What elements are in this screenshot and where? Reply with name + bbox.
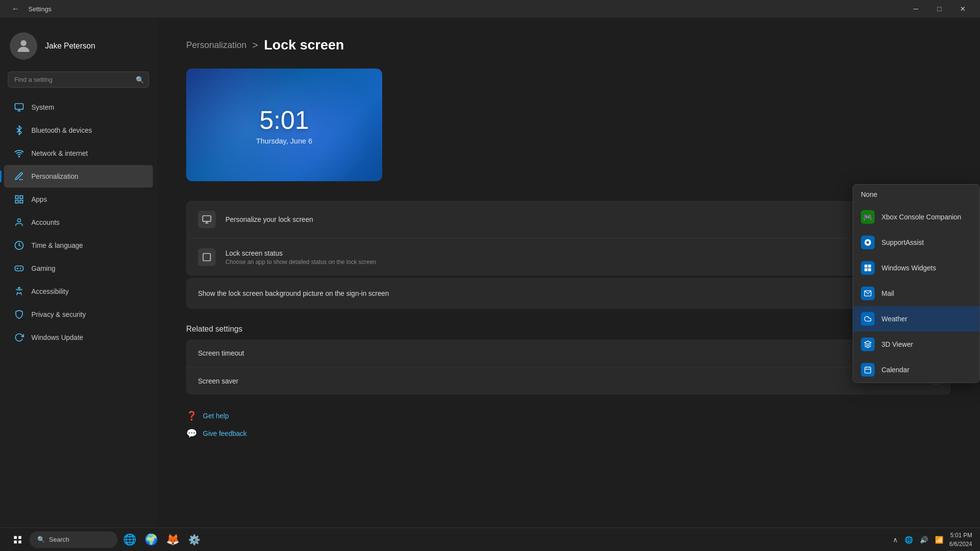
sidebar-item-accessibility[interactable]: Accessibility <box>4 280 153 303</box>
lock-status-subtitle: Choose an app to show detailed status on… <box>225 259 936 265</box>
lock-status-icon-wrap <box>198 248 216 266</box>
start-button[interactable] <box>8 530 27 550</box>
sidebar-item-network-label: Network & internet <box>31 149 88 157</box>
taskbar-clock[interactable]: 5:01 PM 6/6/2024 <box>949 531 972 549</box>
screen-timeout-row[interactable]: Screen timeout › <box>186 339 951 367</box>
taskbar-search-icon: 🔍 <box>37 536 45 543</box>
sidebar-item-apps-label: Apps <box>31 195 47 203</box>
sidebar-item-privacy-label: Privacy & security <box>31 311 86 318</box>
sidebar-item-personalization[interactable]: Personalization <box>4 165 153 188</box>
sidebar-item-gaming[interactable]: Gaming <box>4 257 153 280</box>
sidebar-item-accounts-label: Accounts <box>31 218 60 226</box>
network-status-icon[interactable]: 📶 <box>933 535 945 545</box>
user-name: Jake Peterson <box>45 42 95 50</box>
svg-rect-4 <box>20 196 23 199</box>
related-settings-section: Screen timeout › Screen saver ⬚ <box>186 339 951 395</box>
preview-date: Thursday, June 6 <box>256 137 313 145</box>
get-help-label: Get help <box>203 412 229 420</box>
3dviewer-label: 3D Viewer <box>882 340 913 348</box>
taskbar-firefox-icon[interactable]: 🦊 <box>163 530 182 550</box>
widgets-label: Windows Widgets <box>882 264 936 272</box>
search-icon: 🔍 <box>136 76 144 84</box>
dropdown-item-calendar[interactable]: Calendar <box>853 357 980 383</box>
accounts-icon <box>14 217 24 228</box>
sidebar-item-accounts[interactable]: Accounts <box>4 211 153 234</box>
volume-icon[interactable]: 🔊 <box>918 535 930 545</box>
taskbar-left: 🔍 Search 🌐 🌍 🦊 ⚙️ <box>8 530 204 550</box>
system-icon <box>14 102 24 113</box>
svg-rect-15 <box>864 264 867 267</box>
dropdown-item-3dviewer[interactable]: 3D Viewer <box>853 332 980 357</box>
svg-rect-20 <box>865 367 871 373</box>
titlebar-left: ← Settings <box>8 0 51 18</box>
svg-point-2 <box>19 156 20 157</box>
sidebar-item-privacy[interactable]: Privacy & security <box>4 303 153 326</box>
lock-screen-preview: 5:01 Thursday, June 6 <box>186 69 382 181</box>
sidebar-item-personalization-label: Personalization <box>31 172 78 180</box>
sidebar-nav: System Bluetooth & devices Network & int… <box>0 96 157 349</box>
support-label: SupportAssist <box>882 239 924 246</box>
dropdown-item-none[interactable]: None <box>853 185 980 204</box>
screen-saver-content: Screen saver <box>198 377 933 385</box>
taskbar-search-label: Search <box>49 536 69 543</box>
svg-rect-27 <box>19 540 22 543</box>
svg-rect-5 <box>16 200 19 203</box>
breadcrumb-parent[interactable]: Personalization <box>186 40 246 50</box>
get-help-link[interactable]: ❓ Get help <box>186 410 951 421</box>
personalize-row[interactable]: Personalize your lock screen Win › <box>186 201 951 239</box>
user-profile[interactable]: Jake Peterson <box>0 27 157 72</box>
xbox-label: Xbox Console Companion <box>882 213 961 221</box>
taskbar-edge-icon[interactable]: 🌐 <box>120 530 139 550</box>
dropdown-item-widgets[interactable]: Windows Widgets <box>853 255 980 281</box>
accessibility-icon <box>14 286 24 297</box>
dropdown-item-xbox[interactable]: 🎮 Xbox Console Companion <box>853 204 980 230</box>
taskbar-settings-icon[interactable]: ⚙️ <box>184 530 204 550</box>
taskbar: 🔍 Search 🌐 🌍 🦊 ⚙️ ∧ 🌐 🔊 📶 5:01 PM 6/6/20… <box>0 527 980 551</box>
sidebar-item-time[interactable]: Time & language <box>4 234 153 257</box>
svg-rect-9 <box>15 266 24 271</box>
app-title: Settings <box>28 5 51 13</box>
lock-status-row[interactable]: Lock screen status Choose an app to show… <box>186 239 951 276</box>
sidebar-item-time-label: Time & language <box>31 241 83 249</box>
3dviewer-icon <box>861 337 875 351</box>
personalize-title: Personalize your lock screen <box>225 216 920 223</box>
chevron-icon[interactable]: ∧ <box>891 535 900 545</box>
svg-rect-12 <box>203 254 211 261</box>
lock-status-title: Lock screen status <box>225 249 936 257</box>
minimize-button[interactable]: ─ <box>905 0 927 18</box>
sidebar-item-network[interactable]: Network & internet <box>4 142 153 165</box>
privacy-icon <box>14 309 24 320</box>
maximize-button[interactable]: □ <box>928 0 951 18</box>
user-avatar-icon <box>15 37 32 55</box>
calendar-icon <box>861 363 875 377</box>
sys-tray-icons: ∧ 🌐 🔊 📶 <box>891 535 945 545</box>
back-button[interactable]: ← <box>8 0 24 18</box>
taskbar-search[interactable]: 🔍 Search <box>29 531 118 548</box>
avatar <box>10 32 37 60</box>
dropdown-item-weather[interactable]: Weather <box>853 306 980 332</box>
give-feedback-link[interactable]: 💬 Give feedback <box>186 428 951 439</box>
xbox-icon: 🎮 <box>861 210 875 224</box>
taskbar-chrome-icon[interactable]: 🌍 <box>141 530 161 550</box>
sidebar-item-apps[interactable]: Apps <box>4 188 153 211</box>
close-button[interactable]: ✕ <box>952 0 974 18</box>
svg-rect-26 <box>14 540 17 543</box>
titlebar: ← Settings ─ □ ✕ <box>0 0 980 18</box>
background-toggle-row[interactable]: Show the lock screen background picture … <box>186 278 951 309</box>
search-input[interactable] <box>8 72 149 88</box>
app-dropdown: None 🎮 Xbox Console Companion SupportAss… <box>853 184 980 383</box>
mail-icon <box>861 287 875 300</box>
svg-rect-6 <box>20 200 23 203</box>
dropdown-item-mail[interactable]: Mail <box>853 281 980 306</box>
dropdown-item-support[interactable]: SupportAssist <box>853 230 980 255</box>
sidebar-item-update[interactable]: Windows Update <box>4 326 153 349</box>
screen-saver-row[interactable]: Screen saver ⬚ <box>186 367 951 395</box>
breadcrumb-separator: > <box>252 40 258 51</box>
screen-timeout-content: Screen timeout <box>198 349 936 357</box>
personalization-icon <box>14 171 24 182</box>
sidebar-item-bluetooth[interactable]: Bluetooth & devices <box>4 119 153 142</box>
gaming-icon <box>14 263 24 274</box>
clock-date: 6/6/2024 <box>949 540 972 549</box>
language-icon[interactable]: 🌐 <box>903 535 915 545</box>
sidebar-item-system[interactable]: System <box>4 96 153 119</box>
